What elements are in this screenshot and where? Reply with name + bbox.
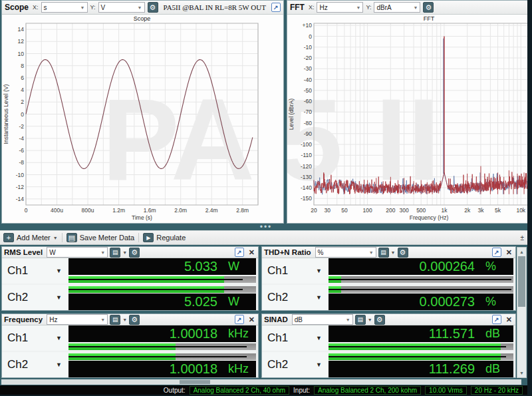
meter-unit: % [485,295,508,309]
gear-icon[interactable]: ⚙ [398,248,408,258]
plus-icon: + [3,233,14,242]
channel-selector[interactable]: Ch1▼ [262,258,329,284]
regulate-button[interactable]: ▶ Regulate [143,233,186,242]
gear-icon[interactable]: ⚙ [374,315,385,325]
meter-display: 1.00018kHz [68,325,256,342]
channel-selector[interactable]: Ch2▼ [2,352,68,377]
chevron-down-icon: ▼ [80,5,85,10]
x-axis-label: X: [309,4,315,11]
close-icon[interactable]: ✕ [506,315,512,324]
meters-vertical-scrollbar[interactable]: ▲ ▼ [517,247,527,378]
fft-y-unit-select[interactable]: dBrA▼ [374,2,420,13]
meter-value: 1.00018 [170,326,217,341]
chevron-down-icon: ▼ [122,317,127,322]
unit-select[interactable]: Hz▼ [47,314,108,325]
svg-text:12: 12 [18,38,25,45]
meter-style-icon[interactable]: ▤ [378,248,389,258]
chevron-down-icon: ▼ [56,361,62,368]
meters-horizontal-scrollbar[interactable] [1,379,521,385]
meter-value: 1.00018 [170,361,217,377]
popout-icon[interactable]: ↗ [492,315,501,324]
scope-graph[interactable]: PA0400u800u1.2m1.6m2.0m2.4m2.8m-14-12-10… [2,15,262,223]
popout-icon[interactable]: ↗ [235,315,244,324]
channel-selector[interactable]: Ch2▼ [262,285,329,310]
svg-text:2: 2 [21,99,24,105]
meter-panel-rms-level: RMS Level W▼ ▤ ▼ ⚙ ↗ ✕ Ch1▼ 5.033W Ch2▼ … [1,246,259,311]
svg-text:-20: -20 [304,55,313,61]
svg-text:Level (dBrA): Level (dBrA) [288,99,295,130]
horizontal-splitter[interactable]: ••• [0,224,532,230]
fft-title: FFT [290,3,305,12]
scroll-down-icon[interactable]: ▼ [517,369,526,377]
meter-style-icon[interactable]: ▤ [110,248,120,258]
svg-text:-50: -50 [304,87,313,94]
meter-unit: dB [485,327,508,341]
scrollbar-thumb[interactable] [180,380,210,384]
channel-selector[interactable]: Ch1▼ [2,258,68,284]
meter-value: 5.025 [184,294,217,309]
channel-selector[interactable]: Ch2▼ [262,352,329,377]
svg-text:-110: -110 [301,152,313,158]
toolbar-separator [62,233,63,242]
input-config-badge[interactable]: Analog Balanced 2 Ch, 200 kohm [314,386,421,395]
channel-selector[interactable]: Ch1▼ [262,325,329,351]
chevron-down-icon: ▼ [56,268,62,274]
gear-icon[interactable]: ⚙ [129,248,140,258]
meter-panel-thdn-ratio: THD+N Ratio %▼ ▤ ▼ ⚙ ↗ ✕ Ch1▼ 0.000264% … [261,246,516,311]
close-icon[interactable]: ✕ [249,248,255,257]
fft-graph[interactable]: 5 II2030501002003005001k2k3k5k10k20k+100… [287,15,532,223]
meter-bar [68,275,256,284]
unit-select[interactable]: %▼ [315,247,376,258]
bandwidth-badge[interactable]: 20 Hz - 20 kHz [471,386,523,395]
close-icon[interactable]: ✕ [506,248,512,257]
svg-text:-130: -130 [301,174,312,180]
meter-unit: kHz [228,362,251,376]
fft-x-unit-select[interactable]: Hz▼ [317,2,363,13]
meters-region: RMS Level W▼ ▤ ▼ ⚙ ↗ ✕ Ch1▼ 5.033W Ch2▼ … [0,245,532,378]
meter-panel-sinad: SINAD dB▼ ▤ ▼ ⚙ ↗ ✕ Ch1▼ 111.571dB Ch2▼ … [261,313,516,378]
unit-select[interactable]: dB▼ [292,314,353,325]
meter-value: 5.033 [184,259,217,274]
meter-display: 111.269dB [329,361,513,377]
gear-icon[interactable]: ⚙ [423,2,434,13]
channel-row: Ch2▼ 0.000273% [262,285,515,310]
chevron-down-icon: ▼ [316,294,322,301]
gear-icon[interactable]: ⚙ [129,315,140,325]
meter-bar [329,275,513,284]
input-label: Input: [293,387,310,394]
svg-text:1k: 1k [441,207,448,214]
window-right-edge [527,0,532,396]
meter-style-icon[interactable]: ▤ [355,315,366,325]
scope-x-unit-select[interactable]: s▼ [41,2,88,13]
channel-selector[interactable]: Ch2▼ [2,285,68,310]
pin-icon[interactable]: ± [521,234,525,242]
meter-value: 111.571 [429,326,475,341]
meter-display: 5.025W [68,294,256,310]
scroll-up-icon[interactable]: ▲ [517,248,526,256]
meter-style-icon[interactable]: ▤ [110,315,120,325]
svg-text:10: 10 [18,51,25,57]
svg-text:-12: -12 [16,184,25,190]
svg-text:-30: -30 [304,65,313,72]
add-meter-button[interactable]: + Add Meter ▼ [3,233,58,242]
output-config-badge[interactable]: Analog Balanced 2 Ch, 40 ohm [190,386,289,395]
svg-text:2.4m: 2.4m [205,207,218,214]
meter-toolbar: + Add Meter ▼ ▤ Save Meter Data ▶ Regula… [0,230,527,245]
scrollbar-thumb[interactable] [518,256,525,307]
popout-icon[interactable]: ↗ [492,248,501,257]
close-icon[interactable]: ✕ [249,315,255,324]
input-range-badge[interactable]: 10.00 Vrms [425,386,467,395]
chevron-down-icon: ▼ [100,317,105,322]
svg-text:Time (s): Time (s) [132,214,152,221]
gear-icon[interactable]: ⚙ [148,2,158,13]
channel-row: Ch1▼ 5.033W [2,258,258,284]
popout-icon[interactable]: ↗ [235,248,244,257]
channel-selector[interactable]: Ch1▼ [2,325,68,351]
fft-header: FFT X: Hz▼ Y: dBrA▼ ⚙ ↗ [287,1,532,15]
svg-text:2.8m: 2.8m [236,207,249,214]
popout-icon[interactable]: ↗ [271,3,281,12]
save-meter-data-button[interactable]: ▤ Save Meter Data [66,233,135,242]
unit-select[interactable]: W▼ [47,247,108,258]
meter-bar [329,352,513,361]
scope-y-unit-select[interactable]: V▼ [98,2,145,13]
